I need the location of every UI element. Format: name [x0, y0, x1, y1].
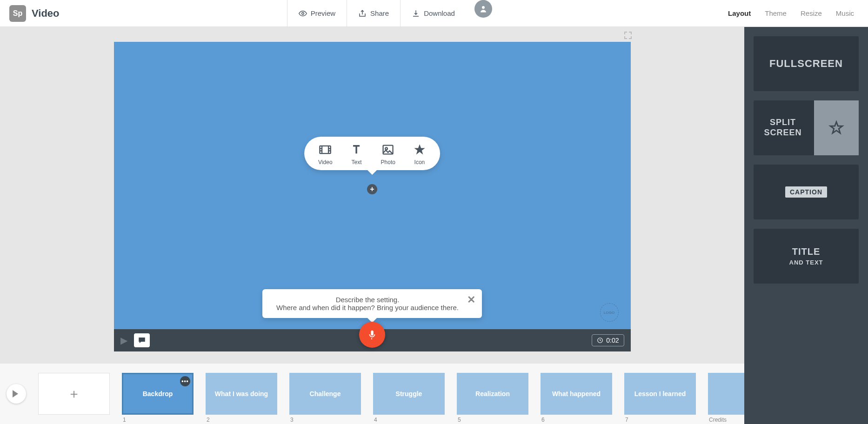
- slide-1[interactable]: Backdrop•••: [122, 373, 194, 415]
- slide-number: 2: [206, 417, 277, 423]
- prompt-line2: Where and when did it happen? Bring your…: [276, 304, 459, 311]
- slide-6[interactable]: What happened: [541, 373, 612, 415]
- svg-point-0: [302, 12, 304, 14]
- timeline: ＋ Backdrop•••1What I was doing2Challenge…: [0, 364, 744, 424]
- add-icon-label: Icon: [414, 159, 425, 166]
- notes-button[interactable]: [134, 333, 150, 347]
- fullscreen-icon[interactable]: [624, 32, 632, 39]
- tab-music[interactable]: Music: [836, 9, 854, 17]
- video-icon: [319, 143, 332, 156]
- slide-number: 7: [624, 417, 696, 423]
- layout-fullscreen[interactable]: FULLSCREEN: [754, 36, 859, 91]
- layout-title-sub: AND TEXT: [789, 259, 823, 266]
- logo-placeholder[interactable]: LOGO: [600, 303, 619, 322]
- play-icon[interactable]: ▶: [120, 335, 127, 346]
- layout-split-label: SPLIT SCREEN: [754, 118, 812, 138]
- add-photo-label: Photo: [381, 159, 395, 166]
- duration-value: 0:02: [606, 337, 619, 344]
- account-button[interactable]: [474, 0, 492, 18]
- layout-caption[interactable]: CAPTION: [754, 165, 859, 219]
- layout-title-label: TITLE: [792, 246, 821, 257]
- narration-prompt: ✕ Describe the setting. Where and when d…: [262, 289, 482, 318]
- layout-split-screen[interactable]: SPLIT SCREEN: [754, 100, 859, 155]
- add-slide-button[interactable]: ＋: [38, 373, 110, 415]
- add-plus-button[interactable]: +: [367, 184, 377, 194]
- add-text-button[interactable]: Text: [350, 143, 363, 166]
- speech-icon: [138, 336, 146, 344]
- app-title: Video: [32, 7, 60, 20]
- header-tabs: Layout Theme Resize Music: [728, 0, 868, 26]
- canvas[interactable]: Video Text Photo Icon + ✕ Describe the s…: [114, 42, 631, 351]
- slide-more-button[interactable]: •••: [180, 376, 190, 386]
- tab-resize[interactable]: Resize: [801, 9, 822, 17]
- text-icon: [350, 143, 363, 156]
- slide-number: 3: [289, 417, 361, 423]
- photo-icon: [381, 143, 394, 156]
- share-label: Share: [370, 9, 389, 17]
- add-photo-button[interactable]: Photo: [381, 143, 395, 166]
- add-icon-button[interactable]: Icon: [413, 143, 426, 166]
- download-label: Download: [424, 9, 455, 17]
- star-outline-icon: [828, 120, 844, 136]
- play-all-button[interactable]: [7, 384, 26, 404]
- download-icon: [412, 9, 420, 18]
- slide-7[interactable]: Lesson I learned: [624, 373, 696, 415]
- layout-panel: FULLSCREEN SPLIT SCREEN CAPTION TITLE AN…: [744, 27, 868, 424]
- layout-split-preview: [814, 100, 859, 155]
- add-text-label: Text: [352, 159, 362, 166]
- layout-fullscreen-label: FULLSCREEN: [769, 58, 843, 70]
- app-logo[interactable]: Sp: [9, 5, 26, 22]
- layout-title-text[interactable]: TITLE AND TEXT: [754, 229, 859, 284]
- add-video-label: Video: [318, 159, 332, 166]
- slide-number: 4: [373, 417, 445, 423]
- logo-area: Sp Video: [0, 5, 60, 22]
- add-content-popover: Video Text Photo Icon: [304, 137, 440, 170]
- add-video-button[interactable]: Video: [318, 143, 332, 166]
- slide-3[interactable]: Challenge: [289, 373, 361, 415]
- header-actions: Preview Share Download: [287, 0, 501, 26]
- player-bar: ▶ 0:02: [114, 329, 631, 351]
- stage: Video Text Photo Icon + ✕ Describe the s…: [0, 27, 744, 364]
- user-icon: [479, 5, 487, 13]
- tab-layout[interactable]: Layout: [728, 9, 751, 17]
- header: Sp Video Preview Share Download Layout T…: [0, 0, 868, 27]
- record-button[interactable]: [359, 322, 385, 348]
- slide-number: 1: [122, 417, 194, 423]
- duration-badge[interactable]: 0:02: [592, 334, 624, 346]
- star-icon: [413, 143, 426, 156]
- svg-point-1: [482, 6, 485, 9]
- preview-label: Preview: [311, 9, 335, 17]
- layout-caption-label: CAPTION: [785, 186, 827, 198]
- mic-icon: [367, 330, 377, 340]
- slide-number: 6: [541, 417, 612, 423]
- slide-number: 5: [457, 417, 528, 423]
- share-button[interactable]: Share: [347, 0, 400, 26]
- slide-5[interactable]: Realization: [457, 373, 528, 415]
- prompt-line1: Describe the setting.: [276, 296, 459, 304]
- tab-theme[interactable]: Theme: [765, 9, 787, 17]
- slide-2[interactable]: What I was doing: [206, 373, 277, 415]
- share-icon: [358, 9, 367, 18]
- eye-icon: [299, 9, 307, 18]
- preview-button[interactable]: Preview: [287, 0, 347, 26]
- download-button[interactable]: Download: [400, 0, 466, 26]
- svg-point-4: [385, 147, 387, 150]
- clock-icon: [597, 337, 603, 344]
- slide-4[interactable]: Struggle: [373, 373, 445, 415]
- close-icon[interactable]: ✕: [467, 294, 475, 306]
